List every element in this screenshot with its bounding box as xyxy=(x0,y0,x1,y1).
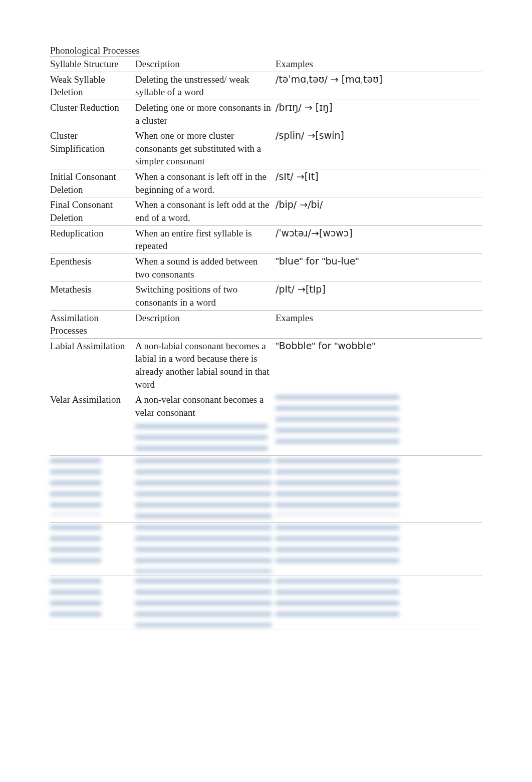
term-cell: Velar Assimilation xyxy=(50,392,135,455)
example-cell: /ˈwɔtəɹ/→[wɔwɔ] xyxy=(276,225,482,253)
example-cell: ██████ ██████ xyxy=(276,522,482,576)
term-cell: Initial Consonant Deletion xyxy=(50,169,135,197)
table-row: Final Consonant DeletionWhen a consonant… xyxy=(50,197,482,225)
section-header-desc: Description xyxy=(135,310,276,338)
example-cell: ██████ ██████ xyxy=(276,392,482,455)
example-cell: /pIt/ →[tIp] xyxy=(276,282,482,310)
section-header-term: Assimilation Processes xyxy=(50,310,135,338)
term-cell: Labial Assimilation xyxy=(50,338,135,392)
table-row: ██████ ██████████████████████ ██████████… xyxy=(50,455,482,522)
term-cell: ██████ ██████ xyxy=(50,576,135,630)
description-cell: A non-velar consonant becomes a velar co… xyxy=(135,392,276,455)
term-cell: ██████ ██████ xyxy=(50,522,135,576)
table-row: MetathesisSwitching positions of two con… xyxy=(50,282,482,310)
term-cell: Reduplication xyxy=(50,225,135,253)
page-title: Phonological Processes xyxy=(50,45,140,57)
section-header-desc: Description xyxy=(135,57,276,72)
description-cell: Deleting the unstressed/ weak syllable o… xyxy=(135,72,276,100)
example-cell: "blue" for "bu-lue" xyxy=(276,253,482,282)
table-row: Initial Consonant DeletionWhen a consona… xyxy=(50,169,482,197)
description-cell: A non-labial consonant becomes a labial … xyxy=(135,338,276,392)
section-header-term: Syllable Structure xyxy=(50,57,135,72)
description-cell: When a consonant is left odd at the end … xyxy=(135,197,276,225)
table-row: Velar AssimilationA non-velar consonant … xyxy=(50,392,482,455)
term-cell: Weak Syllable Deletion xyxy=(50,72,135,100)
table-row: Cluster SimplificationWhen one or more c… xyxy=(50,128,482,169)
term-cell: Cluster Reduction xyxy=(50,100,135,128)
example-cell: ██████ ██████ xyxy=(276,455,482,522)
description-cell: When one or more cluster consonants get … xyxy=(135,128,276,169)
table-row: ReduplicationWhen an entire first syllab… xyxy=(50,225,482,253)
phonological-table: Syllable StructureDescriptionExamplesWea… xyxy=(50,57,482,630)
table-row: Weak Syllable DeletionDeleting the unstr… xyxy=(50,72,482,100)
term-cell: Final Consonant Deletion xyxy=(50,197,135,225)
example-cell: /brɪŋ/ → [ɪŋ] xyxy=(276,100,482,128)
section-header-row: Syllable StructureDescriptionExamples xyxy=(50,57,482,72)
term-cell: Cluster Simplification xyxy=(50,128,135,169)
section-header-examples: Examples xyxy=(276,57,482,72)
example-cell: "Bobble" for "wobble" xyxy=(276,338,482,392)
description-cell: When an entire first syllable is repeate… xyxy=(135,225,276,253)
description-cell: Switching positions of two consonants in… xyxy=(135,282,276,310)
table-row: Labial AssimilationA non-labial consonan… xyxy=(50,338,482,392)
term-cell: ██████ ██████ xyxy=(50,455,135,522)
section-header-row: Assimilation ProcessesDescriptionExample… xyxy=(50,310,482,338)
term-cell: Epenthesis xyxy=(50,253,135,282)
description-cell: ████████████████ ████████████████ ██████… xyxy=(135,455,276,522)
example-cell: ██████ ██████ xyxy=(276,576,482,630)
table-row: ██████ ██████████████████████ ██████████… xyxy=(50,522,482,576)
description-cell: When a sound is added between two conson… xyxy=(135,253,276,282)
table-row: Cluster ReductionDeleting one or more co… xyxy=(50,100,482,128)
description-cell: ████████████████ ████████████████ ██████… xyxy=(135,522,276,576)
document-page: Phonological Processes Syllable Structur… xyxy=(0,0,532,675)
description-cell: Deleting one or more consonants in a clu… xyxy=(135,100,276,128)
table-row: EpenthesisWhen a sound is added between … xyxy=(50,253,482,282)
example-cell: /splin/ →[swin] xyxy=(276,128,482,169)
example-cell: /sIt/ →[It] xyxy=(276,169,482,197)
table-row: ██████ ██████████████████████ ██████████… xyxy=(50,576,482,630)
description-cell: When a consonant is left off in the begi… xyxy=(135,169,276,197)
example-cell: /bip/ →/bi/ xyxy=(276,197,482,225)
description-cell: ████████████████ ████████████████ ██████… xyxy=(135,576,276,630)
example-cell: /təˈmɑˌtəʊ/ → [mɑˌtəʊ] xyxy=(276,72,482,100)
section-header-examples: Examples xyxy=(276,310,482,338)
term-cell: Metathesis xyxy=(50,282,135,310)
